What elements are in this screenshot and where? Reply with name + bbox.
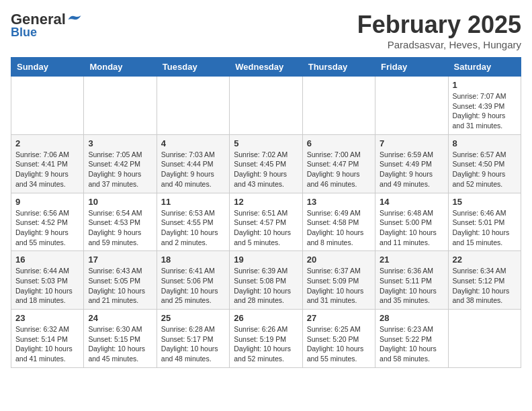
title-area: February 2025 Paradsasvar, Heves, Hungar… [357,11,521,50]
day-number: 18 [161,255,225,265]
calendar-cell: 17Sunrise: 6:43 AM Sunset: 5:05 PM Dayli… [84,251,157,310]
day-info: Sunrise: 6:32 AM Sunset: 5:14 PM Dayligh… [15,324,79,364]
weekday-header-tuesday: Tuesday [157,58,229,77]
day-number: 10 [88,197,152,207]
weekday-header-monday: Monday [84,58,157,77]
calendar-cell: 20Sunrise: 6:37 AM Sunset: 5:09 PM Dayli… [302,251,375,310]
day-number: 9 [15,197,79,207]
calendar-cell: 26Sunrise: 6:26 AM Sunset: 5:19 PM Dayli… [230,310,302,368]
day-number: 13 [307,197,371,207]
day-info: Sunrise: 6:54 AM Sunset: 4:53 PM Dayligh… [88,208,152,248]
calendar-cell: 27Sunrise: 6:25 AM Sunset: 5:20 PM Dayli… [302,310,375,368]
day-number: 6 [307,138,371,148]
day-number: 23 [15,313,79,323]
day-number: 14 [380,197,443,207]
calendar-cell: 21Sunrise: 6:36 AM Sunset: 5:11 PM Dayli… [375,251,448,310]
day-info: Sunrise: 6:39 AM Sunset: 5:08 PM Dayligh… [234,266,298,306]
day-info: Sunrise: 7:05 AM Sunset: 4:42 PM Dayligh… [88,150,152,189]
calendar-cell: 19Sunrise: 6:39 AM Sunset: 5:08 PM Dayli… [230,251,302,310]
day-number: 24 [88,313,152,323]
logo-bird-icon [67,13,82,26]
weekday-header-friday: Friday [375,58,448,77]
calendar-cell [230,77,302,135]
page-header: General Blue February 2025 Paradsasvar, … [11,11,521,50]
calendar-cell: 3Sunrise: 7:05 AM Sunset: 4:42 PM Daylig… [84,134,157,193]
calendar-cell: 5Sunrise: 7:02 AM Sunset: 4:45 PM Daylig… [230,134,302,193]
calendar-cell: 22Sunrise: 6:34 AM Sunset: 5:12 PM Dayli… [448,251,521,310]
calendar-week-row: 16Sunrise: 6:44 AM Sunset: 5:03 PM Dayli… [11,251,521,310]
day-number: 22 [453,255,517,265]
day-info: Sunrise: 6:28 AM Sunset: 5:17 PM Dayligh… [161,324,225,364]
calendar-cell: 6Sunrise: 7:00 AM Sunset: 4:47 PM Daylig… [302,134,375,193]
calendar-cell [375,77,448,135]
day-info: Sunrise: 7:00 AM Sunset: 4:47 PM Dayligh… [307,150,371,189]
day-number: 1 [453,80,517,90]
day-info: Sunrise: 6:49 AM Sunset: 4:58 PM Dayligh… [307,208,371,248]
calendar-cell: 25Sunrise: 6:28 AM Sunset: 5:17 PM Dayli… [157,310,229,368]
day-info: Sunrise: 7:07 AM Sunset: 4:39 PM Dayligh… [453,91,517,131]
calendar-cell: 14Sunrise: 6:48 AM Sunset: 5:00 PM Dayli… [375,193,448,251]
day-info: Sunrise: 6:56 AM Sunset: 4:52 PM Dayligh… [15,208,79,248]
day-info: Sunrise: 6:43 AM Sunset: 5:05 PM Dayligh… [88,266,152,306]
day-number: 26 [234,313,298,323]
day-number: 7 [380,138,443,148]
day-number: 11 [161,197,225,207]
calendar-cell: 4Sunrise: 7:03 AM Sunset: 4:44 PM Daylig… [157,134,229,193]
day-info: Sunrise: 6:51 AM Sunset: 4:57 PM Dayligh… [234,208,298,248]
calendar-cell: 13Sunrise: 6:49 AM Sunset: 4:58 PM Dayli… [302,193,375,251]
logo-blue-text: Blue [11,26,37,40]
calendar-cell: 12Sunrise: 6:51 AM Sunset: 4:57 PM Dayli… [230,193,302,251]
weekday-header-thursday: Thursday [302,58,375,77]
calendar-week-row: 2Sunrise: 7:06 AM Sunset: 4:41 PM Daylig… [11,134,521,193]
calendar-cell: 9Sunrise: 6:56 AM Sunset: 4:52 PM Daylig… [11,193,84,251]
calendar-cell [302,77,375,135]
day-info: Sunrise: 6:41 AM Sunset: 5:06 PM Dayligh… [161,266,225,306]
calendar-cell: 16Sunrise: 6:44 AM Sunset: 5:03 PM Dayli… [11,251,84,310]
day-number: 27 [307,313,371,323]
day-number: 4 [161,138,225,148]
calendar-week-row: 9Sunrise: 6:56 AM Sunset: 4:52 PM Daylig… [11,193,521,251]
calendar-cell: 2Sunrise: 7:06 AM Sunset: 4:41 PM Daylig… [11,134,84,193]
day-number: 28 [380,313,443,323]
calendar-cell: 23Sunrise: 6:32 AM Sunset: 5:14 PM Dayli… [11,310,84,368]
calendar-cell [84,77,157,135]
day-number: 19 [234,255,298,265]
location-subtitle: Paradsasvar, Heves, Hungary [357,39,521,50]
day-number: 5 [234,138,298,148]
day-number: 2 [15,138,79,148]
day-number: 21 [380,255,443,265]
day-info: Sunrise: 6:23 AM Sunset: 5:22 PM Dayligh… [380,324,443,364]
calendar-cell: 24Sunrise: 6:30 AM Sunset: 5:15 PM Dayli… [84,310,157,368]
calendar-cell: 18Sunrise: 6:41 AM Sunset: 5:06 PM Dayli… [157,251,229,310]
day-info: Sunrise: 7:06 AM Sunset: 4:41 PM Dayligh… [15,150,79,189]
weekday-header-saturday: Saturday [448,58,521,77]
calendar-cell: 15Sunrise: 6:46 AM Sunset: 5:01 PM Dayli… [448,193,521,251]
day-info: Sunrise: 6:37 AM Sunset: 5:09 PM Dayligh… [307,266,371,306]
day-number: 8 [453,138,517,148]
day-info: Sunrise: 7:02 AM Sunset: 4:45 PM Dayligh… [234,150,298,189]
day-info: Sunrise: 6:36 AM Sunset: 5:11 PM Dayligh… [380,266,443,306]
calendar-week-row: 23Sunrise: 6:32 AM Sunset: 5:14 PM Dayli… [11,310,521,368]
day-info: Sunrise: 6:44 AM Sunset: 5:03 PM Dayligh… [15,266,79,306]
day-info: Sunrise: 6:34 AM Sunset: 5:12 PM Dayligh… [453,266,517,306]
calendar-cell [157,77,229,135]
calendar-cell: 11Sunrise: 6:53 AM Sunset: 4:55 PM Dayli… [157,193,229,251]
calendar-cell: 10Sunrise: 6:54 AM Sunset: 4:53 PM Dayli… [84,193,157,251]
day-info: Sunrise: 6:46 AM Sunset: 5:01 PM Dayligh… [453,208,517,248]
day-info: Sunrise: 6:53 AM Sunset: 4:55 PM Dayligh… [161,208,225,248]
day-number: 17 [88,255,152,265]
weekday-header-sunday: Sunday [11,58,84,77]
day-number: 25 [161,313,225,323]
day-info: Sunrise: 6:25 AM Sunset: 5:20 PM Dayligh… [307,324,371,364]
calendar-cell [11,77,84,135]
calendar-table: SundayMondayTuesdayWednesdayThursdayFrid… [11,57,521,368]
calendar-cell: 7Sunrise: 6:59 AM Sunset: 4:49 PM Daylig… [375,134,448,193]
day-info: Sunrise: 6:30 AM Sunset: 5:15 PM Dayligh… [88,324,152,364]
calendar-cell [448,310,521,368]
logo: General Blue [11,11,82,40]
day-info: Sunrise: 6:26 AM Sunset: 5:19 PM Dayligh… [234,324,298,364]
day-number: 12 [234,197,298,207]
day-info: Sunrise: 6:48 AM Sunset: 5:00 PM Dayligh… [380,208,443,248]
calendar-cell: 1Sunrise: 7:07 AM Sunset: 4:39 PM Daylig… [448,77,521,135]
day-number: 16 [15,255,79,265]
